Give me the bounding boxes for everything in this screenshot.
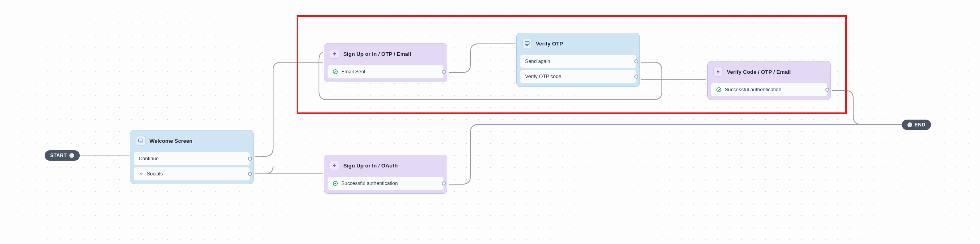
check-circle-icon [333, 181, 338, 186]
node-title: Verify Code / OTP / Email [727, 69, 791, 75]
screen-icon [522, 39, 532, 48]
node-verify-otp[interactable]: Verify OTP Send again Verify OTP code [516, 33, 640, 87]
row-label: Email Sent [341, 69, 365, 75]
node-header: Welcome Screen [134, 134, 250, 150]
node-signup-oauth[interactable]: Sign Up or In / OAuth Successful authent… [324, 155, 447, 194]
row-send-again[interactable]: Send again [520, 55, 636, 68]
output-port[interactable] [825, 88, 829, 92]
row-label: Continue [139, 156, 159, 161]
node-signup-otp-email[interactable]: Sign Up or In / OTP / Email Email Sent [324, 43, 447, 82]
screen-icon [136, 136, 146, 146]
output-port[interactable] [634, 59, 638, 63]
output-port[interactable] [442, 70, 446, 74]
node-welcome-screen[interactable]: Welcome Screen Continue Socials [130, 130, 254, 184]
svg-rect-0 [139, 139, 143, 142]
node-header: Verify Code / OTP / Email [711, 65, 827, 81]
connection-wires [0, 0, 980, 244]
chevron-down-icon [139, 171, 144, 176]
row-socials[interactable]: Socials [134, 167, 250, 181]
node-title: Sign Up or In / OAuth [343, 163, 398, 169]
node-header: Sign Up or In / OTP / Email [327, 47, 444, 63]
output-port[interactable] [442, 181, 446, 185]
end-pill: END [902, 120, 931, 130]
row-label: Successful authentication [725, 87, 781, 92]
output-port[interactable] [248, 157, 252, 161]
flow-canvas[interactable]: START END Welcome Screen Continue Social… [0, 0, 980, 244]
node-title: Welcome Screen [150, 138, 193, 144]
row-success-auth[interactable]: Successful authentication [711, 83, 827, 96]
row-verify-code[interactable]: Verify OTP code [520, 70, 636, 83]
start-port [69, 153, 74, 158]
end-label: END [915, 122, 925, 128]
output-port[interactable] [248, 172, 252, 176]
output-port[interactable] [634, 75, 638, 79]
check-circle-icon [716, 87, 722, 92]
node-header: Verify OTP [520, 36, 636, 53]
node-header: Sign Up or In / OAuth [327, 158, 444, 175]
svg-rect-3 [525, 41, 529, 45]
node-verify-code-otp-email[interactable]: Verify Code / OTP / Email Successful aut… [707, 61, 831, 100]
row-label: Socials [147, 171, 163, 177]
end-port [907, 122, 912, 127]
check-circle-icon [333, 69, 338, 75]
start-pill: START [45, 150, 80, 161]
node-title: Sign Up or In / OTP / Email [343, 51, 411, 57]
row-label: Send again [525, 59, 550, 64]
row-continue[interactable]: Continue [134, 152, 250, 165]
row-email-sent[interactable]: Email Sent [327, 65, 444, 79]
bolt-icon [330, 49, 339, 59]
node-title: Verify OTP [536, 41, 563, 47]
bolt-icon [330, 161, 339, 170]
row-label: Verify OTP code [525, 74, 561, 79]
start-label: START [50, 153, 67, 158]
row-success-auth[interactable]: Successful authentication [327, 177, 444, 190]
row-label: Successful authentication [341, 181, 398, 186]
bolt-icon [713, 67, 723, 77]
